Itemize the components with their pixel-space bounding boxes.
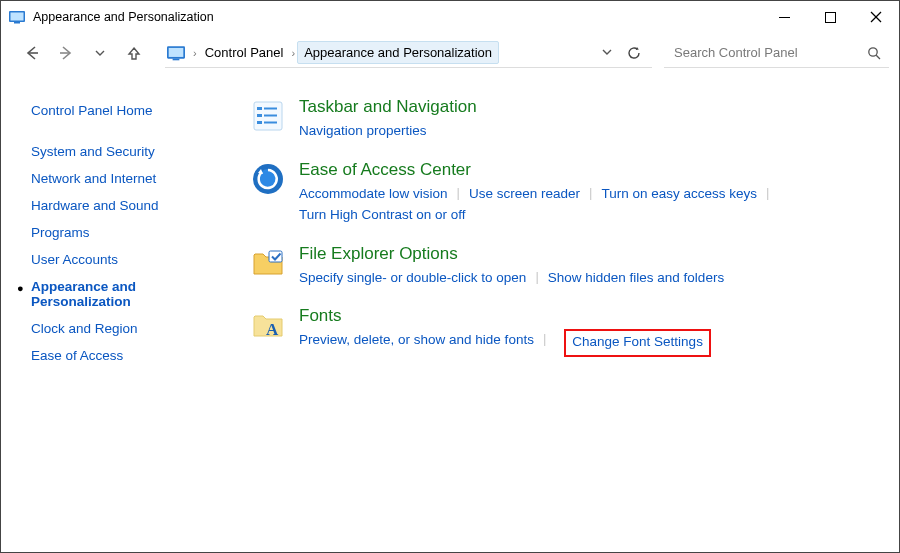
window-title: Appearance and Personalization xyxy=(33,10,214,24)
divider-icon: | xyxy=(448,183,469,205)
highlight-box: Change Font Settings xyxy=(564,329,711,357)
breadcrumb-sep-icon[interactable]: › xyxy=(191,47,199,59)
ease-of-access-icon xyxy=(251,160,291,226)
divider-icon: | xyxy=(526,267,547,289)
svg-rect-1 xyxy=(11,13,24,21)
link-preview-delete-fonts[interactable]: Preview, delete, or show and hide fonts xyxy=(299,329,534,357)
link-turn-high-contrast[interactable]: Turn High Contrast on or off xyxy=(299,204,466,226)
link-turn-on-easy-access-keys[interactable]: Turn on easy access keys xyxy=(601,183,757,205)
sidebar-home[interactable]: Control Panel Home xyxy=(31,103,231,118)
section-file-explorer: File Explorer Options Specify single- or… xyxy=(251,244,879,289)
back-button[interactable] xyxy=(17,38,47,68)
sidebar-item-clock-region[interactable]: Clock and Region xyxy=(31,321,231,336)
up-button[interactable] xyxy=(119,38,149,68)
maximize-button[interactable] xyxy=(807,1,853,33)
refresh-button[interactable] xyxy=(626,45,642,61)
svg-rect-17 xyxy=(257,114,262,117)
section-title-file-explorer[interactable]: File Explorer Options xyxy=(299,244,724,264)
forward-button[interactable] xyxy=(51,38,81,68)
minimize-button[interactable] xyxy=(761,1,807,33)
sidebar-item-system-security[interactable]: System and Security xyxy=(31,144,231,159)
divider-icon: | xyxy=(580,183,601,205)
svg-point-12 xyxy=(869,47,877,55)
fonts-icon: A xyxy=(251,306,291,357)
sidebar-item-label: Appearance and Personalization xyxy=(31,279,231,309)
close-button[interactable] xyxy=(853,1,899,33)
titlebar: Appearance and Personalization xyxy=(1,1,899,33)
link-accommodate-low-vision[interactable]: Accommodate low vision xyxy=(299,183,448,205)
link-show-hidden-files[interactable]: Show hidden files and folders xyxy=(548,267,724,289)
svg-rect-4 xyxy=(825,12,835,22)
active-bullet-icon: ● xyxy=(17,282,27,294)
window-controls xyxy=(761,1,899,33)
section-title-ease-of-access[interactable]: Ease of Access Center xyxy=(299,160,879,180)
section-fonts: A Fonts Preview, delete, or show and hid… xyxy=(251,306,879,357)
svg-rect-19 xyxy=(257,121,262,124)
link-specify-click[interactable]: Specify single- or double-click to open xyxy=(299,267,526,289)
section-taskbar: Taskbar and Navigation Navigation proper… xyxy=(251,97,879,142)
address-history-button[interactable] xyxy=(602,46,612,60)
sidebar-item-ease-access[interactable]: Ease of Access xyxy=(31,348,231,363)
divider-icon: | xyxy=(534,329,555,357)
search-box[interactable] xyxy=(664,38,889,68)
link-use-screen-reader[interactable]: Use screen reader xyxy=(469,183,580,205)
control-panel-icon xyxy=(167,44,185,62)
search-input[interactable] xyxy=(672,44,867,61)
divider-icon: | xyxy=(757,183,778,205)
svg-line-13 xyxy=(876,55,880,59)
svg-rect-15 xyxy=(257,107,262,110)
content-area: Control Panel Home System and Security N… xyxy=(1,73,899,375)
toolbar: › Control Panel › Appearance and Persona… xyxy=(1,33,899,73)
breadcrumb-root[interactable]: Control Panel xyxy=(199,41,290,64)
sidebar: Control Panel Home System and Security N… xyxy=(21,97,231,375)
recent-locations-button[interactable] xyxy=(85,38,115,68)
link-navigation-properties[interactable]: Navigation properties xyxy=(299,120,427,142)
sidebar-item-user-accounts[interactable]: User Accounts xyxy=(31,252,231,267)
svg-rect-2 xyxy=(14,22,20,24)
taskbar-icon xyxy=(251,97,291,142)
svg-rect-10 xyxy=(169,47,184,56)
sidebar-item-appearance[interactable]: ● Appearance and Personalization xyxy=(31,279,231,309)
section-title-taskbar[interactable]: Taskbar and Navigation xyxy=(299,97,477,117)
main-panel: Taskbar and Navigation Navigation proper… xyxy=(231,97,899,375)
svg-text:A: A xyxy=(266,320,279,339)
section-ease-of-access: Ease of Access Center Accommodate low vi… xyxy=(251,160,879,226)
search-icon[interactable] xyxy=(867,46,881,60)
sidebar-item-programs[interactable]: Programs xyxy=(31,225,231,240)
svg-rect-11 xyxy=(173,58,180,60)
breadcrumb-sep-icon[interactable]: › xyxy=(289,47,297,59)
file-explorer-icon xyxy=(251,244,291,289)
control-panel-icon xyxy=(9,9,25,25)
section-title-fonts[interactable]: Fonts xyxy=(299,306,711,326)
link-change-font-settings[interactable]: Change Font Settings xyxy=(572,334,703,349)
sidebar-item-hardware-sound[interactable]: Hardware and Sound xyxy=(31,198,231,213)
breadcrumb-current[interactable]: Appearance and Personalization xyxy=(297,41,499,64)
address-bar[interactable]: › Control Panel › Appearance and Persona… xyxy=(165,38,652,68)
sidebar-item-network-internet[interactable]: Network and Internet xyxy=(31,171,231,186)
